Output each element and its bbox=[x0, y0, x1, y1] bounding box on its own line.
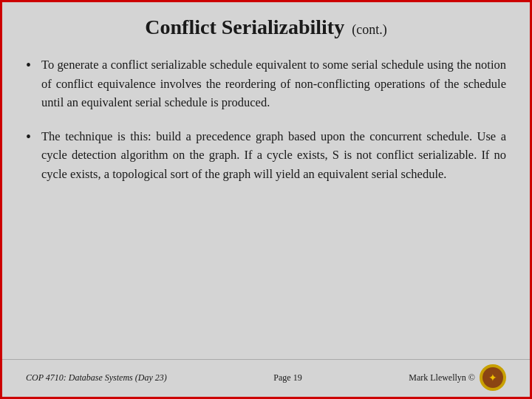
footer-right: Mark Llewellyn © ✦ bbox=[409, 364, 506, 391]
slide: Conflict Serializability (cont.) • To ge… bbox=[0, 0, 532, 399]
logo: ✦ bbox=[480, 364, 506, 391]
bullet-text-1: To generate a conflict serializable sche… bbox=[41, 55, 506, 112]
slide-title-main: Conflict Serializability bbox=[145, 16, 344, 38]
bullet-text-2: The technique is this: build a precedenc… bbox=[41, 127, 506, 184]
bullet-section-2: • The technique is this: build a precede… bbox=[26, 127, 506, 184]
bullet-dot-1: • bbox=[26, 57, 31, 74]
title-area: Conflict Serializability (cont.) bbox=[26, 16, 506, 39]
bullet-section-1: • To generate a conflict serializable sc… bbox=[26, 55, 506, 112]
bullet-dot-2: • bbox=[26, 129, 31, 146]
logo-symbol: ✦ bbox=[488, 372, 497, 384]
footer-course: COP 4710: Database Systems (Day 23) bbox=[26, 372, 167, 383]
slide-content: Conflict Serializability (cont.) • To ge… bbox=[2, 2, 530, 359]
slide-title-sub: (cont.) bbox=[352, 22, 386, 37]
footer-page: Page 19 bbox=[273, 372, 301, 383]
logo-inner: ✦ bbox=[482, 367, 503, 388]
footer: COP 4710: Database Systems (Day 23) Page… bbox=[2, 359, 530, 397]
footer-author: Mark Llewellyn © bbox=[409, 372, 475, 383]
